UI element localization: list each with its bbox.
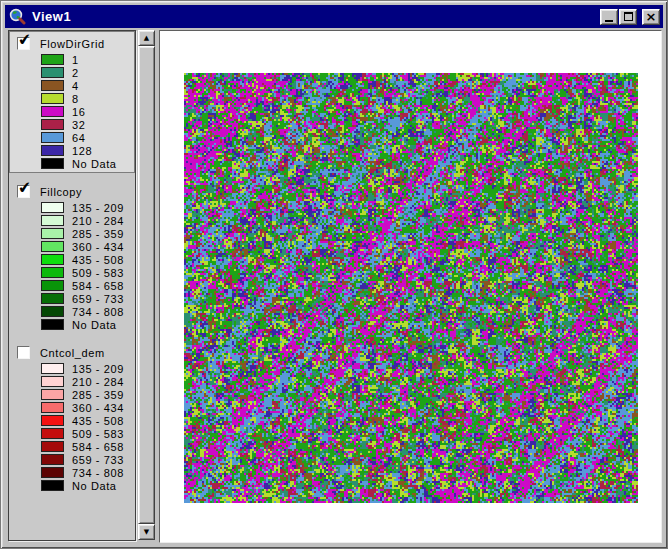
layer-name[interactable]: Fillcopy [40,186,82,198]
view-window-icon[interactable] [9,8,26,25]
legend-entry: 1 [41,54,134,65]
layer-checkbox[interactable]: ✔ [17,37,30,50]
legend-label: 659 - 733 [72,293,124,305]
toc-layer-fillcopy: ✔ Fillcopy 135 - 209 210 - 284 285 - 359… [9,179,135,334]
check-icon: ✔ [17,177,32,197]
legend-swatch [41,241,64,252]
legend-swatch [41,389,64,400]
layer-header[interactable]: Cntcol_dem [10,344,134,361]
legend-swatch [41,267,64,278]
map-view [159,30,662,543]
legend-label: 285 - 359 [72,228,124,240]
legend-entry: 584 - 658 [41,280,134,291]
legend-entry: 360 - 434 [41,241,134,252]
legend-swatch [41,215,64,226]
legend-label: 16 [72,106,85,118]
legend-label: No Data [72,480,117,492]
legend-label: 360 - 434 [72,402,124,414]
legend-entry: No Data [41,319,134,330]
legend-label: 509 - 583 [72,428,124,440]
legend-label: No Data [72,158,117,170]
legend-entry: 64 [41,132,134,143]
legend-entry: 128 [41,145,134,156]
legend-entry: No Data [41,158,134,169]
legend-entry: 509 - 583 [41,428,134,439]
legend-entry: 584 - 658 [41,441,134,452]
legend-entry: 285 - 359 [41,389,134,400]
toc-scrollbar: ▲ ▼ [138,30,155,540]
legend-swatch [41,441,64,452]
layer-header[interactable]: ✔ Fillcopy [10,183,134,200]
toc-layer-flowdirgrid: ✔ FlowDirGrid 1 2 4 8 16 32 64 128 No Da… [9,31,135,173]
legend-entry: 32 [41,119,134,130]
legend-swatch [41,254,64,265]
legend-label: 4 [72,80,79,92]
flow-direction-raster[interactable] [184,73,638,503]
legend-entry: 210 - 284 [41,215,134,226]
legend-label: 210 - 284 [72,376,124,388]
legend-label: 360 - 434 [72,241,124,253]
legend-entry: 509 - 583 [41,267,134,278]
legend-label: 659 - 733 [72,454,124,466]
legend-swatch [41,415,64,426]
legend-swatch [41,228,64,239]
maximize-button[interactable] [619,9,637,25]
close-icon: × [646,12,657,22]
chevron-down-icon: ▼ [144,529,149,536]
close-button[interactable]: × [642,9,660,25]
legend-label: 1 [72,54,79,66]
legend-swatch [41,402,64,413]
chevron-up-icon: ▲ [144,35,149,42]
maximize-icon [624,12,633,21]
layer-checkbox[interactable]: ✔ [17,185,30,198]
legend-label: 128 [72,145,92,157]
legend-label: 210 - 284 [72,215,124,227]
legend-swatch [41,376,64,387]
legend-entry: 4 [41,80,134,91]
scroll-down-button[interactable]: ▼ [138,524,155,540]
legend-label: 509 - 583 [72,267,124,279]
scrollbar-thumb[interactable] [138,46,155,524]
legend-entry: 2 [41,67,134,78]
legend-label: 435 - 508 [72,415,124,427]
legend-swatch [41,467,64,478]
view-window: View1 × ✔ FlowDirGrid 1 2 4 8 [0,0,668,549]
legend-swatch [41,480,64,491]
legend-entry: 734 - 808 [41,306,134,317]
legend-label: 135 - 209 [72,363,124,375]
scroll-up-button[interactable]: ▲ [138,30,155,46]
legend-entry: 16 [41,106,134,117]
legend-swatch [41,293,64,304]
check-icon: ✔ [17,30,32,50]
toc-layer-cntcol_dem: Cntcol_dem 135 - 209 210 - 284 285 - 359… [9,340,135,495]
legend-label: 2 [72,67,79,79]
legend-label: 734 - 808 [72,306,124,318]
legend-entry: No Data [41,480,134,491]
title-bar[interactable]: View1 × [5,5,663,28]
legend-swatch [41,132,64,143]
legend-entry: 435 - 508 [41,254,134,265]
legend-entry: 659 - 733 [41,293,134,304]
legend-entry: 734 - 808 [41,467,134,478]
legend-entry: 285 - 359 [41,228,134,239]
legend-swatch [41,67,64,78]
legend-label: 584 - 658 [72,280,124,292]
legend-label: 64 [72,132,85,144]
legend-label: 734 - 808 [72,467,124,479]
table-of-contents: ✔ FlowDirGrid 1 2 4 8 16 32 64 128 No Da… [8,30,136,541]
legend-label: 435 - 508 [72,254,124,266]
layer-header[interactable]: ✔ FlowDirGrid [10,35,134,52]
legend-label: No Data [72,319,117,331]
layer-checkbox[interactable] [17,346,30,359]
legend-entry: 135 - 209 [41,202,134,213]
minimize-icon [605,20,613,22]
layer-name[interactable]: Cntcol_dem [40,347,105,359]
minimize-button[interactable] [600,9,618,25]
legend-entry: 659 - 733 [41,454,134,465]
layer-name[interactable]: FlowDirGrid [40,38,105,50]
legend-swatch [41,363,64,374]
legend-swatch [41,319,64,330]
legend-label: 135 - 209 [72,202,124,214]
legend-label: 285 - 359 [72,389,124,401]
legend-entry: 135 - 209 [41,363,134,374]
